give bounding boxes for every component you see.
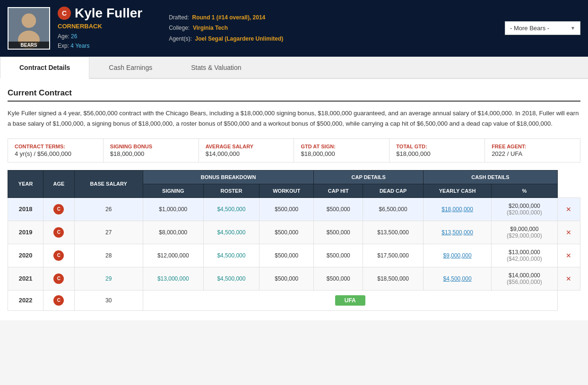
delete-icon[interactable]: ✕	[566, 205, 571, 213]
bears-logo-icon: C	[53, 274, 64, 284]
exp-label: Exp:	[58, 43, 69, 49]
cell-roster: $500,000	[259, 197, 314, 221]
cell-age: 27	[74, 221, 143, 244]
cell-delete[interactable]: ✕	[557, 197, 580, 221]
bears-logo-icon: C	[53, 204, 64, 214]
cell-age: 29	[74, 267, 143, 290]
cell-signing: $4,500,000	[203, 244, 259, 267]
cell-year: 2020	[8, 244, 43, 267]
cell-cap-hit: $6,500,000	[363, 197, 424, 221]
cell-signing: $4,500,000	[203, 197, 259, 221]
cell-base-salary: $13,000,000	[143, 267, 203, 290]
bears-logo-icon: C	[53, 295, 64, 306]
cell-dead-cap[interactable]: $18,000,000	[424, 197, 492, 221]
cell-base-salary: $8,000,000	[143, 221, 203, 244]
cell-workout: $500,000	[314, 197, 363, 221]
player-position: CORNERBACK	[58, 23, 142, 30]
cell-delete[interactable]: ✕	[557, 267, 580, 290]
contract-description: Kyle Fuller signed a 4 year, $56,000,000…	[8, 108, 580, 129]
th-yearly-cash: YEARLY CASH	[424, 184, 492, 197]
cell-cap-hit: $17,500,000	[363, 244, 424, 267]
terms-signing-bonus: SIGNING BONUS $18,000,000	[104, 139, 199, 162]
cell-workout: $500,000	[314, 221, 363, 244]
table-row: 2022 C 30 UFA	[8, 290, 580, 310]
cell-roster: $500,000	[259, 267, 314, 290]
dead-cap-link[interactable]: $4,500,000	[443, 275, 472, 282]
th-base-salary: BASE SALARY	[74, 170, 143, 197]
cell-yearly-cash: $20,000,000($20,000,000)	[492, 197, 558, 221]
terms-free-agent: FREE AGENT: 2022 / UFA	[485, 139, 580, 162]
agents-value: Joel Segal (Lagardere Unlimited)	[195, 35, 284, 42]
cell-logo: C	[43, 221, 74, 244]
player-full-name: Kyle Fuller	[75, 6, 142, 21]
delete-icon[interactable]: ✕	[566, 275, 571, 282]
dead-cap-link[interactable]: $9,000,000	[443, 252, 472, 259]
cell-year: 2019	[8, 221, 43, 244]
tabs-bar: Contract Details Cash Earnings Stats & V…	[0, 57, 588, 79]
cell-base-salary: $12,000,000	[143, 244, 203, 267]
table-row: 2021 C 29 $13,000,000 $4,500,000 $500,00…	[8, 267, 580, 290]
exp-value: 4 Years	[70, 43, 89, 49]
cell-year: 2021	[8, 267, 43, 290]
agents-label: Agent(s):	[169, 35, 192, 42]
dead-cap-link[interactable]: $18,000,000	[441, 206, 473, 213]
more-bears-dropdown[interactable]: - More Bears - ▼	[505, 21, 580, 35]
terms-gtd-at-sign: GTD AT SIGN: $18,000,000	[294, 139, 389, 162]
svg-point-1	[22, 13, 36, 28]
delete-icon[interactable]: ✕	[566, 229, 571, 236]
cell-cap-hit: $18,500,000	[363, 267, 424, 290]
age-label: Age:	[58, 33, 69, 40]
cell-roster: $500,000	[259, 244, 314, 267]
average-salary-label: AVERAGE SALARY	[206, 144, 287, 149]
cell-delete[interactable]: ✕	[557, 244, 580, 267]
player-header: BEARS C Kyle Fuller CORNERBACK Age: 26 E…	[0, 0, 588, 57]
terms-contract-terms: CONTRACT TERMS: 4 yr(s) / $56,000,000	[8, 139, 104, 162]
cell-age: 26	[74, 197, 143, 221]
cell-signing: $4,500,000	[203, 267, 259, 290]
tab-stats-valuation[interactable]: Stats & Valuation	[172, 57, 260, 78]
cell-base-salary: $1,000,000	[143, 197, 203, 221]
dead-cap-link[interactable]: $13,500,000	[441, 229, 473, 236]
cell-logo: C	[43, 267, 74, 290]
contract-table: YEAR AGE BASE SALARY BONUS BREAKDOWN CAP…	[8, 170, 580, 311]
th-cap-details: CAP DETAILS	[314, 170, 424, 184]
college-label: College:	[169, 25, 190, 31]
cell-workout: $500,000	[314, 267, 363, 290]
team-badge: BEARS	[9, 42, 49, 49]
cell-dead-cap[interactable]: $4,500,000	[424, 267, 492, 290]
table-row: 2019 C 27 $8,000,000 $4,500,000 $500,000…	[8, 221, 580, 244]
contract-terms-label: CONTRACT TERMS:	[15, 144, 96, 149]
cell-yearly-cash: $9,000,000($29,000,000)	[492, 221, 558, 244]
cell-year: 2018	[8, 197, 43, 221]
th-age: AGE	[43, 170, 74, 197]
cell-logo: C	[43, 197, 74, 221]
th-dead-cap: DEAD CAP	[363, 184, 424, 197]
cell-dead-cap[interactable]: $9,000,000	[424, 244, 492, 267]
th-bonus-breakdown: BONUS BREAKDOWN	[143, 170, 314, 184]
total-gtd-label: TOTAL GTD:	[396, 144, 478, 149]
signing-bonus-label: SIGNING BONUS	[110, 144, 192, 149]
cell-year: 2022	[8, 290, 43, 310]
cell-age: 30	[74, 290, 143, 310]
th-pct: %	[492, 184, 558, 197]
more-bears-label: - More Bears -	[510, 25, 549, 32]
cell-age: 28	[74, 244, 143, 267]
player-photo: BEARS	[8, 7, 50, 50]
cell-workout: $500,000	[314, 244, 363, 267]
cell-dead-cap[interactable]: $13,500,000	[424, 221, 492, 244]
cell-yearly-cash: $14,000,000($56,000,000)	[492, 267, 558, 290]
tab-cash-earnings[interactable]: Cash Earnings	[89, 57, 172, 78]
cell-delete[interactable]: ✕	[557, 221, 580, 244]
delete-icon[interactable]: ✕	[566, 252, 571, 259]
player-details-mid: Drafted: Round 1 (#14 overall), 2014 Col…	[169, 12, 283, 44]
th-signing: SIGNING	[143, 184, 203, 197]
free-agent-label: FREE AGENT:	[492, 144, 573, 149]
bears-logo-icon: C	[53, 250, 64, 261]
player-meta: Age: 26 Exp: 4 Years	[58, 32, 142, 51]
tab-contract-details[interactable]: Contract Details	[0, 57, 89, 79]
terms-average-salary: AVERAGE SALARY $14,000,000	[199, 139, 294, 162]
cell-logo: C	[43, 290, 74, 310]
cell-ufa: UFA	[143, 290, 557, 310]
college-value: Virginia Tech	[193, 25, 228, 31]
drafted-value: Round 1 (#14 overall), 2014	[192, 14, 266, 21]
